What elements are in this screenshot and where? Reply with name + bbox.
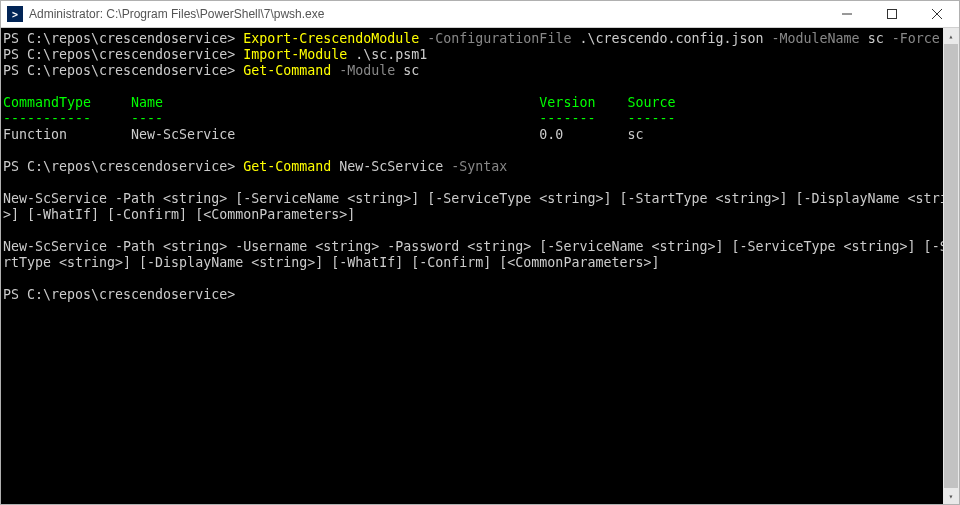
terminal-line: [3, 143, 943, 159]
scroll-thumb[interactable]: [944, 44, 958, 488]
terminal-segment: -Module: [339, 63, 403, 78]
terminal-line: Function New-ScService 0.0 sc: [3, 127, 943, 143]
window-controls: [824, 1, 959, 27]
maximize-button[interactable]: [869, 1, 914, 27]
close-button[interactable]: [914, 1, 959, 27]
terminal-segment: [3, 271, 11, 286]
terminal-line: PS C:\repos\crescendoservice> Export-Cre…: [3, 31, 943, 47]
terminal-line: rtType <string>] [-DisplayName <string>]…: [3, 255, 943, 271]
terminal-segment: -ConfigurationFile: [427, 31, 579, 46]
terminal-line: >] [-WhatIf] [-Confirm] [<CommonParamete…: [3, 207, 943, 223]
terminal-segment: PS C:\repos\crescendoservice>: [3, 31, 243, 46]
terminal-segment: .\sc.psm1: [355, 47, 427, 62]
terminal-segment: [3, 79, 11, 94]
terminal-segment: .\crescendo.config.json: [579, 31, 771, 46]
terminal-line: [3, 271, 943, 287]
terminal-segment: PS C:\repos\crescendoservice>: [3, 287, 235, 302]
terminal-segment: Get-Command: [243, 159, 339, 174]
terminal-segment: [3, 175, 11, 190]
terminal-segment: -Force: [892, 31, 940, 46]
minimize-button[interactable]: [824, 1, 869, 27]
terminal-line: New-ScService -Path <string> -Username <…: [3, 239, 943, 255]
terminal-segment: -ModuleName: [772, 31, 868, 46]
terminal-segment: sc: [403, 63, 419, 78]
scroll-up-button[interactable]: ▴: [943, 28, 959, 44]
terminal-line: PS C:\repos\crescendoservice> Import-Mod…: [3, 47, 943, 63]
terminal-line: [3, 175, 943, 191]
terminal-segment: PS C:\repos\crescendoservice>: [3, 159, 243, 174]
terminal-line: PS C:\repos\crescendoservice> Get-Comman…: [3, 159, 943, 175]
powershell-icon: [7, 6, 23, 22]
window-title: Administrator: C:\Program Files\PowerShe…: [29, 7, 824, 21]
terminal-segment: [3, 143, 11, 158]
terminal-line: PS C:\repos\crescendoservice> Get-Comman…: [3, 63, 943, 79]
terminal-segment: New-ScService -Path <string> [-ServiceNa…: [3, 191, 943, 206]
terminal-line: ----------- ---- ------- ------: [3, 111, 943, 127]
terminal-segment: New-ScService -Path <string> -Username <…: [3, 239, 943, 254]
terminal-content[interactable]: PS C:\repos\crescendoservice> Export-Cre…: [1, 28, 943, 504]
terminal-segment: Export-CrescendoModule: [243, 31, 427, 46]
terminal-segment: New-ScService: [339, 159, 451, 174]
terminal-segment: CommandType Name Version Source: [3, 95, 675, 110]
terminal-segment: sc: [868, 31, 892, 46]
terminal-segment: Get-Command: [243, 63, 339, 78]
terminal-segment: >] [-WhatIf] [-Confirm] [<CommonParamete…: [3, 207, 355, 222]
terminal-segment: PS C:\repos\crescendoservice>: [3, 63, 243, 78]
terminal-line: CommandType Name Version Source: [3, 95, 943, 111]
terminal-segment: -Syntax: [451, 159, 507, 174]
powershell-window: Administrator: C:\Program Files\PowerShe…: [0, 0, 960, 505]
terminal-segment: ----------- ---- ------- ------: [3, 111, 675, 126]
terminal-segment: rtType <string>] [-DisplayName <string>]…: [3, 255, 659, 270]
titlebar[interactable]: Administrator: C:\Program Files\PowerShe…: [1, 1, 959, 28]
terminal-line: [3, 223, 943, 239]
terminal-line: PS C:\repos\crescendoservice>: [3, 287, 943, 303]
terminal-segment: [3, 223, 11, 238]
terminal-segment: Import-Module: [243, 47, 355, 62]
terminal-segment: PS C:\repos\crescendoservice>: [3, 47, 243, 62]
terminal-line: [3, 79, 943, 95]
terminal-line: New-ScService -Path <string> [-ServiceNa…: [3, 191, 943, 207]
svg-rect-1: [887, 10, 896, 19]
scroll-down-button[interactable]: ▾: [943, 488, 959, 504]
scrollbar[interactable]: ▴ ▾: [943, 28, 959, 504]
terminal-segment: Function New-ScService 0.0 sc: [3, 127, 643, 142]
terminal-area: PS C:\repos\crescendoservice> Export-Cre…: [1, 28, 959, 504]
